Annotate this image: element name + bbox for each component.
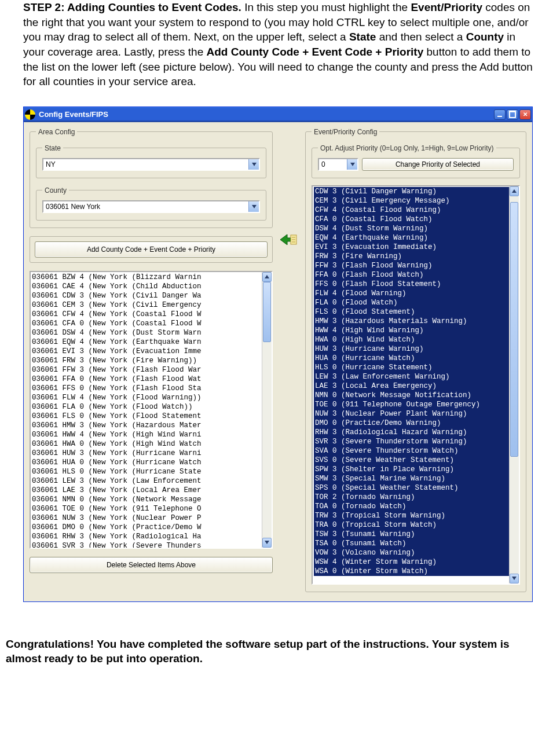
list-item[interactable]: 036061 NUW 3 (New York (Nuclear Power P <box>32 513 270 523</box>
list-item[interactable]: 036061 CFA 0 (New York (Coastal Flood W <box>32 319 270 328</box>
event-priority-legend: Event/Priority Config <box>312 128 379 136</box>
list-item[interactable]: HWA 0 (High Wind Watch) <box>314 335 518 344</box>
list-item[interactable]: TOE 0 (911 Telephone Outage Emergency) <box>314 400 518 409</box>
scroll-down-icon[interactable] <box>510 574 519 583</box>
list-item[interactable]: WSW 4 (Winter Storm Warning) <box>314 557 518 567</box>
list-item[interactable]: VOW 3 (Volcano Warning) <box>314 548 518 557</box>
list-item[interactable]: 036061 DSW 4 (New York (Dust Storm Warn <box>32 328 270 337</box>
list-item[interactable]: TOA 0 (Tornado Watch) <box>314 502 518 511</box>
list-item[interactable]: 036061 FFA 0 (New York (Flash Flood Wat <box>32 375 270 384</box>
list-item[interactable]: 036061 SVR 3 (New York (Severe Thunders <box>32 541 270 549</box>
scrollbar[interactable] <box>509 186 519 583</box>
delete-selected-button[interactable]: Delete Selected Items Above <box>30 557 273 573</box>
list-item[interactable]: SMW 3 (Special Marine Warning) <box>314 474 518 483</box>
list-item[interactable]: 036061 EQW 4 (New York (Earthquake Warn <box>32 337 270 347</box>
list-item[interactable]: 036061 HWW 4 (New York (High Wind Warni <box>32 430 270 439</box>
list-item[interactable]: 036061 HUA 0 (New York (Hurricane Watch <box>32 458 270 467</box>
list-item[interactable]: SVS 0 (Severe Weather Statement) <box>314 456 518 465</box>
close-button[interactable] <box>519 109 531 120</box>
scrollbar[interactable] <box>262 272 272 548</box>
list-item[interactable]: DMO 0 (Practice/Demo Warning) <box>314 419 518 428</box>
list-item[interactable]: HLS 0 (Hurricane Statement) <box>314 363 518 372</box>
list-item[interactable]: 036061 CEM 3 (New York (Civil Emergency <box>32 300 270 310</box>
list-item[interactable]: CEM 3 (Civil Emergency Message) <box>314 196 518 205</box>
list-item[interactable]: 036061 HUW 3 (New York (Hurricane Warni <box>32 449 270 458</box>
change-priority-button[interactable]: Change Priority of Selected <box>362 158 514 171</box>
list-item[interactable]: 036061 HLS 0 (New York (Hurricane State <box>32 467 270 476</box>
list-item[interactable]: 036061 CDW 3 (New York (Civil Danger Wa <box>32 291 270 300</box>
list-item[interactable]: TOR 2 (Tornado Warning) <box>314 493 518 502</box>
list-item[interactable]: DSW 4 (Dust Storm Warning) <box>314 224 518 233</box>
list-item[interactable]: RHW 3 (Radiological Hazard Warning) <box>314 428 518 437</box>
list-item[interactable]: CDW 3 (Civil Danger Warning) <box>314 187 518 196</box>
county-combobox[interactable]: 036061 New York <box>42 200 260 213</box>
list-item[interactable]: 036061 CFW 4 (New York (Coastal Flood W <box>32 310 270 319</box>
congratulations-text: Congratulations! You have completed the … <box>6 637 530 666</box>
priority-combobox[interactable]: 0 <box>318 158 358 171</box>
list-item[interactable]: HWW 4 (High Wind Warning) <box>314 326 518 335</box>
list-item[interactable]: 036061 LAE 3 (New York (Local Area Emer <box>32 486 270 495</box>
list-item[interactable]: EQW 4 (Earthquake Warning) <box>314 233 518 243</box>
list-item[interactable]: 036061 DMO 0 (New York (Practice/Demo W <box>32 523 270 532</box>
list-item[interactable]: 036061 HMW 3 (New York (Hazardous Mater <box>32 421 270 430</box>
list-item[interactable]: WSA 0 (Winter Storm Watch) <box>314 567 518 576</box>
minimize-button[interactable] <box>494 109 506 120</box>
event-codes-listbox[interactable]: CDW 3 (Civil Danger Warning)CEM 3 (Civil… <box>312 185 520 585</box>
list-item[interactable]: FLA 0 (Flood Watch) <box>314 298 518 307</box>
list-item[interactable]: NMN 0 (Network Message Notification) <box>314 391 518 400</box>
list-item[interactable]: 036061 FLA 0 (New York (Flood Watch)) <box>32 402 270 412</box>
list-item[interactable]: 036061 FFW 3 (New York (Flash Flood War <box>32 365 270 375</box>
scroll-up-icon[interactable] <box>510 186 519 196</box>
list-item[interactable]: TSA 0 (Tsunami Watch) <box>314 539 518 548</box>
event-priority-config-group: Event/Priority Config Opt. Adjust Priori… <box>305 128 526 592</box>
list-item[interactable]: 036061 FLS 0 (New York (Flood Statement <box>32 412 270 421</box>
dropdown-icon[interactable] <box>248 201 259 212</box>
list-item[interactable]: 036061 FRW 3 (New York (Fire Warning)) <box>32 356 270 365</box>
list-item[interactable]: HUW 3 (Hurricane Warning) <box>314 344 518 354</box>
list-item[interactable]: EVI 3 (Evacuation Immediate) <box>314 243 518 252</box>
list-item[interactable]: HMW 3 (Hazardous Materials Warning) <box>314 317 518 326</box>
list-item[interactable]: SVA 0 (Severe Thunderstorm Watch) <box>314 446 518 456</box>
list-item[interactable]: LEW 3 (Law Enforcement Warning) <box>314 372 518 381</box>
list-item[interactable]: CFA 0 (Coastal Flood Watch) <box>314 215 518 224</box>
list-item[interactable]: SVR 3 (Severe Thunderstorm Warning) <box>314 437 518 446</box>
dropdown-icon[interactable] <box>248 159 259 170</box>
titlebar[interactable]: Config Events/FIPS <box>24 107 532 122</box>
list-item[interactable]: 036061 NMN 0 (New York (Network Message <box>32 495 270 504</box>
list-item[interactable]: 036061 BZW 4 (New York (Blizzard Warnin <box>32 273 270 282</box>
scroll-thumb[interactable] <box>510 202 518 457</box>
list-item[interactable]: FLW 4 (Flood Warning) <box>314 289 518 298</box>
county-value: 036061 New York <box>43 201 248 212</box>
list-item[interactable]: SPS 0 (Special Weather Statement) <box>314 483 518 493</box>
maximize-button[interactable] <box>507 109 518 120</box>
list-item[interactable]: TRW 3 (Tropical Storm Warning) <box>314 511 518 520</box>
list-item[interactable]: FFA 0 (Flash Flood Watch) <box>314 270 518 280</box>
opt-priority-legend: Opt. Adjust Priority (0=Log Only, 1=High… <box>318 144 496 152</box>
list-item[interactable]: 036061 FLW 4 (New York (Flood Warning)) <box>32 393 270 402</box>
scroll-up-icon[interactable] <box>262 272 272 282</box>
list-item[interactable]: 036061 FFS 0 (New York (Flash Flood Sta <box>32 384 270 393</box>
list-item[interactable]: 036061 RHW 3 (New York (Radiological Ha <box>32 532 270 541</box>
list-item[interactable]: FFW 3 (Flash Flood Warning) <box>314 261 518 270</box>
list-item[interactable]: TSW 3 (Tsunami Warning) <box>314 530 518 539</box>
list-item[interactable]: TRA 0 (Tropical Storm Watch) <box>314 520 518 530</box>
list-item[interactable]: 036061 LEW 3 (New York (Law Enforcement <box>32 476 270 486</box>
add-county-event-priority-button[interactable]: Add County Code + Event Code + Priority <box>35 241 268 258</box>
list-item[interactable]: 036061 HWA 0 (New York (High Wind Watch <box>32 439 270 449</box>
list-item[interactable]: FRW 3 (Fire Warning) <box>314 252 518 261</box>
list-item[interactable]: NUW 3 (Nuclear Power Plant Warning) <box>314 409 518 419</box>
added-codes-listbox[interactable]: 036061 BZW 4 (New York (Blizzard Warnin0… <box>30 271 273 549</box>
list-item[interactable]: LAE 3 (Local Area Emergency) <box>314 381 518 391</box>
scroll-down-icon[interactable] <box>262 538 272 548</box>
dropdown-icon[interactable] <box>347 159 357 170</box>
list-item[interactable]: SPW 3 (Shelter in Place Warning) <box>314 465 518 474</box>
list-item[interactable]: 036061 TOE 0 (New York (911 Telephone O <box>32 504 270 513</box>
list-item[interactable]: HUA 0 (Hurricane Watch) <box>314 354 518 363</box>
list-item[interactable]: 036061 CAE 4 (New York (Child Abduction <box>32 282 270 291</box>
list-item[interactable]: FFS 0 (Flash Flood Statement) <box>314 280 518 289</box>
list-item[interactable]: 036061 EVI 3 (New York (Evacuation Imme <box>32 347 270 356</box>
list-item[interactable]: CFW 4 (Coastal Flood Warning) <box>314 205 518 215</box>
state-combobox[interactable]: NY <box>42 158 260 171</box>
list-item[interactable]: FLS 0 (Flood Statement) <box>314 307 518 317</box>
scroll-thumb[interactable] <box>263 282 271 342</box>
